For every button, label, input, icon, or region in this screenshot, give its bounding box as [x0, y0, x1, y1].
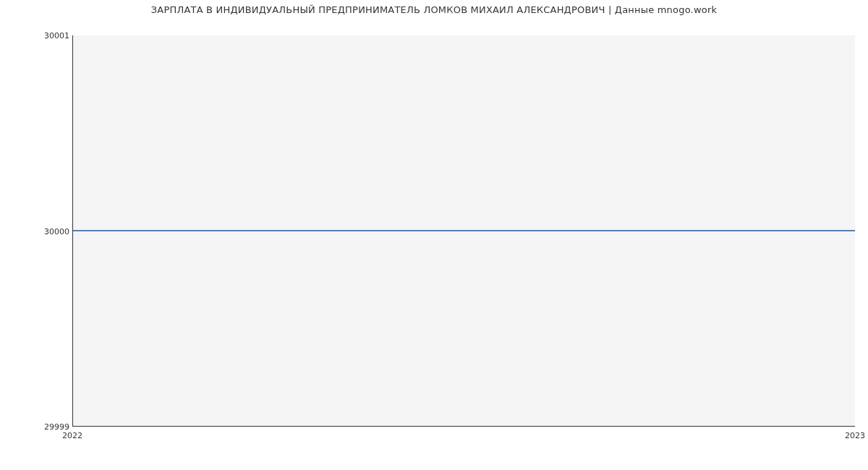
y-tick-label-mid: 30000 [4, 227, 69, 236]
x-tick-label-right: 2023 [845, 431, 865, 440]
y-tick-label-top: 30001 [4, 31, 69, 40]
data-line [73, 230, 855, 231]
x-tick-label-left: 2022 [62, 431, 82, 440]
chart-title: ЗАРПЛАТА В ИНДИВИДУАЛЬНЫЙ ПРЕДПРИНИМАТЕЛ… [0, 4, 868, 15]
y-tick-label-bottom: 29999 [4, 422, 69, 432]
plot-area [72, 35, 855, 427]
salary-chart: ЗАРПЛАТА В ИНДИВИДУАЛЬНЫЙ ПРЕДПРИНИМАТЕЛ… [0, 0, 868, 470]
